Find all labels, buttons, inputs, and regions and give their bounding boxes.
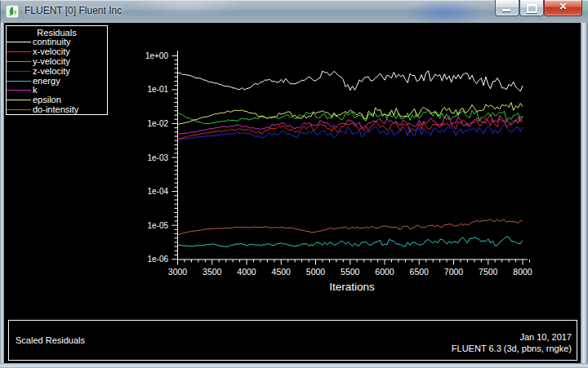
legend-line-swatch — [7, 61, 31, 62]
legend-item-label: y-velocity — [33, 57, 70, 66]
svg-text:7000: 7000 — [444, 267, 464, 277]
legend-item-x-velocity: x-velocity — [7, 47, 107, 57]
residuals-legend: Residuals continuity x-velocity y-veloci… — [6, 25, 108, 115]
svg-text:5000: 5000 — [306, 267, 326, 277]
svg-text:3500: 3500 — [203, 267, 222, 277]
svg-text:4000: 4000 — [237, 267, 256, 277]
svg-text:1e-02: 1e-02 — [147, 119, 168, 128]
svg-text:1e-04: 1e-04 — [147, 187, 168, 196]
fluent-graphics-window: { "window": { "title": "FLUENT [0] Fluen… — [0, 0, 588, 368]
svg-text:1e-01: 1e-01 — [147, 85, 168, 94]
series-do-intensity — [178, 219, 523, 234]
legend-line-swatch — [7, 90, 31, 91]
legend-item-label: continuity — [33, 38, 70, 47]
legend-item-epsilon: epsilon — [7, 95, 107, 105]
legend-item-continuity: continuity — [7, 38, 107, 47]
legend-line-swatch — [7, 81, 31, 82]
x-axis-label: Iterations — [329, 281, 375, 293]
svg-text:8000: 8000 — [513, 267, 532, 277]
legend-line-swatch — [7, 109, 31, 110]
svg-text:6000: 6000 — [375, 267, 394, 277]
tick-marks — [172, 55, 530, 264]
legend-item-energy: energy — [7, 76, 107, 86]
svg-text:1e-05: 1e-05 — [147, 221, 168, 230]
plot-caption-box: Scaled Residuals Jan 10, 2017 FLUENT 6.3… — [8, 320, 577, 361]
legend-line-swatch — [7, 42, 31, 42]
legend-item-label: z-velocity — [33, 67, 70, 76]
legend-item-do-intensity: do-intensity — [7, 105, 107, 115]
legend-item-label: do-intensity — [33, 105, 78, 114]
legend-item-label: x-velocity — [33, 47, 70, 56]
legend-item-y-velocity: y-velocity — [7, 57, 107, 67]
svg-text:1e+00: 1e+00 — [145, 51, 169, 60]
legend-line-swatch — [7, 100, 31, 100]
plot-stamp: Jan 10, 2017 FLUENT 6.3 (3d, pbns, rngke… — [452, 326, 572, 355]
svg-text:4500: 4500 — [272, 267, 292, 277]
series-continuity — [178, 71, 523, 91]
legend-title: Residuals — [7, 28, 107, 38]
series-y-velocity — [178, 110, 523, 124]
legend-line-swatch — [7, 71, 31, 72]
legend-item-label: k — [33, 86, 38, 95]
svg-text:1e-03: 1e-03 — [147, 153, 168, 162]
legend-item-label: energy — [33, 77, 60, 86]
legend-line-swatch — [7, 51, 31, 52]
series-energy — [178, 237, 523, 247]
fluent-version: FLUENT 6.3 (3d, pbns, rngke) — [452, 343, 572, 355]
svg-text:5500: 5500 — [341, 267, 360, 277]
svg-text:1e-06: 1e-06 — [147, 255, 168, 264]
svg-text:3000: 3000 — [168, 267, 188, 277]
legend-item-z-velocity: z-velocity — [7, 66, 107, 76]
legend-item-k: k — [7, 86, 107, 95]
plot-date: Jan 10, 2017 — [452, 331, 572, 344]
svg-text:6500: 6500 — [410, 267, 430, 277]
legend-item-label: epsilon — [33, 95, 61, 104]
svg-text:7500: 7500 — [479, 267, 498, 277]
plot-title: Scaled Residuals — [16, 335, 85, 345]
